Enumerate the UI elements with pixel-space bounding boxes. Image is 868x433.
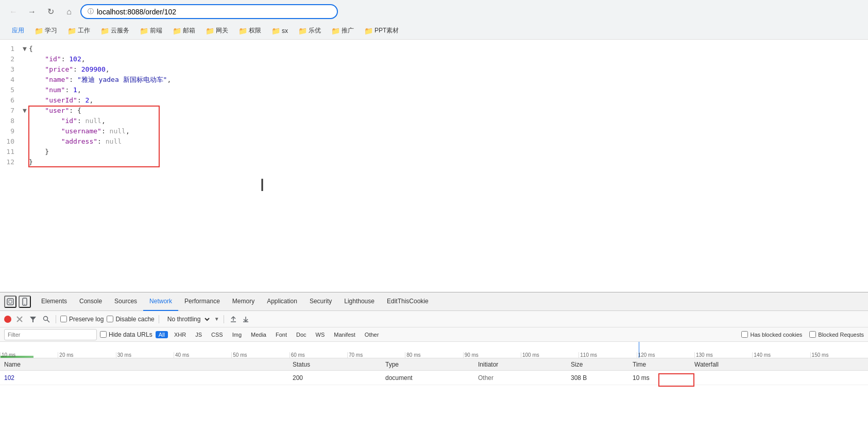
- forward-button[interactable]: →: [25, 5, 39, 19]
- json-key: "username": [61, 127, 101, 135]
- th-status[interactable]: Status: [293, 361, 385, 368]
- bookmark-leyou[interactable]: 📁 乐优: [294, 25, 325, 36]
- import-har-button[interactable]: [228, 314, 239, 324]
- filter-media-button[interactable]: Media: [248, 331, 269, 338]
- filter-js-button[interactable]: JS: [192, 331, 205, 338]
- tab-sources[interactable]: Sources: [108, 292, 143, 311]
- bookmark-perms[interactable]: 📁 权限: [234, 25, 265, 36]
- home-button[interactable]: ⌂: [62, 5, 76, 19]
- bookmark-work[interactable]: 📁 工作: [63, 25, 94, 36]
- th-type[interactable]: Type: [385, 361, 478, 368]
- timeline-tick: 80 ms: [405, 352, 463, 358]
- bookmark-sx[interactable]: 📁 sx: [267, 26, 292, 36]
- blocked-requests-checkbox[interactable]: [809, 331, 816, 338]
- json-key: "name": [45, 76, 69, 83]
- preserve-log-label[interactable]: Preserve log: [60, 316, 104, 323]
- bookmark-email[interactable]: 📁 邮箱: [168, 25, 199, 36]
- clear-button[interactable]: [14, 314, 25, 324]
- json-value: 1: [73, 86, 77, 94]
- bookmark-label: sx: [282, 27, 288, 34]
- filter-other-button[interactable]: Other: [362, 331, 382, 338]
- url-input[interactable]: [97, 8, 331, 16]
- hide-data-urls-label[interactable]: Hide data URLs: [100, 331, 152, 338]
- line-number: 4: [0, 75, 21, 85]
- mobile-icon: [21, 298, 29, 306]
- th-size[interactable]: Size: [571, 361, 633, 368]
- bookmark-label: 工作: [78, 26, 90, 35]
- export-har-button[interactable]: [241, 314, 251, 324]
- tab-memory[interactable]: Memory: [226, 292, 261, 311]
- tab-application[interactable]: Application: [261, 292, 303, 311]
- devtools-tabs: Elements Console Sources Network Perform…: [0, 292, 868, 311]
- th-name[interactable]: Name: [4, 361, 293, 368]
- tab-elements[interactable]: Elements: [35, 292, 73, 311]
- filter-button[interactable]: [28, 314, 38, 324]
- svg-line-8: [47, 320, 50, 322]
- json-value: null: [106, 137, 122, 145]
- timeline-tick: 100 ms: [521, 352, 578, 358]
- bookmarks-bar: ⁣ 应用 📁 学习 📁 工作 📁 云服务 📁 前端 📁 邮箱 📁 网关 📁: [0, 23, 868, 39]
- has-blocked-cookies-checkbox[interactable]: [741, 331, 748, 338]
- filter-doc-button[interactable]: Doc: [293, 331, 310, 338]
- refresh-button[interactable]: ↻: [43, 5, 58, 19]
- json-key: "num": [45, 86, 65, 94]
- back-button[interactable]: ←: [6, 5, 21, 19]
- bookmark-promo[interactable]: 📁 推广: [327, 25, 358, 36]
- bookmark-study[interactable]: 📁 学习: [30, 25, 61, 36]
- preserve-log-checkbox[interactable]: [60, 316, 67, 322]
- json-key: "id": [61, 117, 77, 125]
- bookmark-frontend[interactable]: 📁 前端: [135, 25, 166, 36]
- tab-performance[interactable]: Performance: [178, 292, 226, 311]
- bookmark-label: 网关: [216, 26, 228, 35]
- folder-icon: 📁: [298, 27, 307, 35]
- filter-input[interactable]: [8, 332, 93, 338]
- folder-icon: 📁: [140, 27, 148, 35]
- bookmark-ppt[interactable]: 📁 PPT素材: [360, 25, 403, 36]
- disable-cache-checkbox[interactable]: [107, 316, 113, 322]
- bookmark-gateway[interactable]: 📁 网关: [201, 25, 232, 36]
- filter-img-button[interactable]: Img: [229, 331, 245, 338]
- filter-font-button[interactable]: Font: [273, 331, 290, 338]
- disable-cache-label[interactable]: Disable cache: [107, 316, 154, 323]
- filter-xhr-button[interactable]: XHR: [171, 331, 189, 338]
- tab-editthiscookie[interactable]: EditThisCookie: [381, 292, 435, 311]
- search-button[interactable]: [41, 314, 52, 324]
- folder-icon: 📁: [206, 27, 214, 35]
- json-kv: "user": {: [29, 106, 868, 116]
- apps-button[interactable]: ⁣ 应用: [6, 25, 28, 36]
- filter-all-button[interactable]: All: [156, 331, 168, 338]
- filter-ws-button[interactable]: WS: [313, 331, 328, 338]
- collapse-btn[interactable]: ▼: [21, 44, 29, 54]
- has-blocked-cookies-label[interactable]: Has blocked cookies: [741, 331, 802, 338]
- collapse-btn[interactable]: ▼: [21, 106, 29, 116]
- device-toolbar-button[interactable]: [19, 296, 31, 308]
- cursor-icon: [6, 298, 14, 306]
- folder-icon: 📁: [100, 27, 109, 35]
- inspect-element-button[interactable]: [4, 296, 16, 308]
- address-bar: ⓘ: [80, 4, 338, 19]
- line-number: 9: [0, 126, 21, 136]
- json-kv: "id": 102,: [29, 54, 868, 64]
- devtools-left-icons: [4, 296, 31, 308]
- bookmark-label: PPT素材: [375, 26, 399, 35]
- tab-lighthouse[interactable]: Lighthouse: [338, 292, 381, 311]
- tab-security[interactable]: Security: [303, 292, 338, 311]
- th-time[interactable]: Time: [633, 361, 694, 368]
- table-row[interactable]: 102 200 document Other 308 B 10 ms: [0, 371, 868, 385]
- tab-network[interactable]: Network: [143, 292, 178, 311]
- throttle-select[interactable]: No throttling: [163, 315, 211, 324]
- bookmark-cloud[interactable]: 📁 云服务: [96, 25, 133, 36]
- line-number: 10: [0, 136, 21, 147]
- bookmark-label: 前端: [150, 26, 162, 35]
- th-initiator[interactable]: Initiator: [478, 361, 571, 368]
- hide-data-urls-checkbox[interactable]: [100, 331, 107, 338]
- blocked-requests-label[interactable]: Blocked Requests: [809, 331, 864, 338]
- tab-console[interactable]: Console: [73, 292, 108, 311]
- filter-css-button[interactable]: CSS: [208, 331, 226, 338]
- filter-manifest-button[interactable]: Manifest: [331, 331, 359, 338]
- json-value: 102: [69, 55, 81, 63]
- record-button[interactable]: [4, 316, 11, 323]
- json-kv: "price": 209900,: [29, 64, 868, 75]
- th-waterfall[interactable]: Waterfall: [694, 361, 864, 368]
- json-key: "userId": [45, 96, 77, 104]
